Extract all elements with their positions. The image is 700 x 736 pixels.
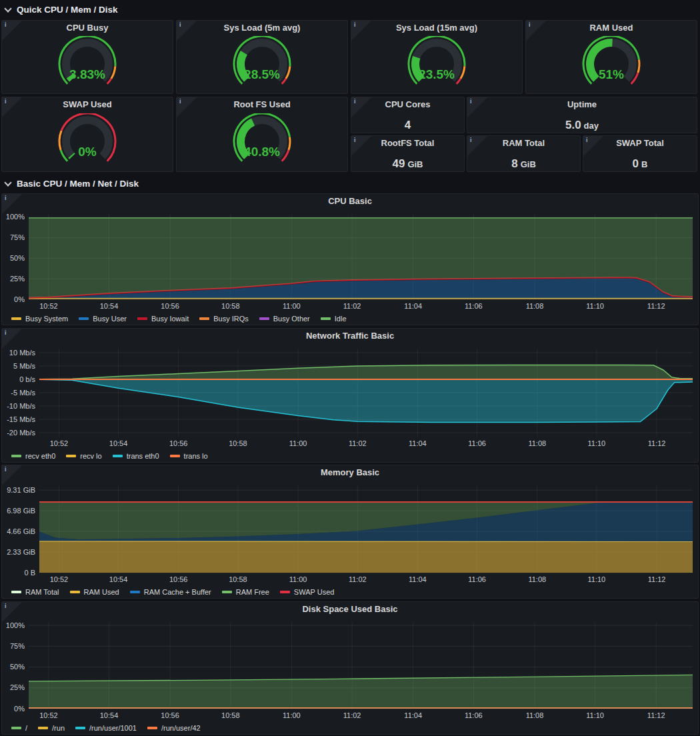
legend-label: Busy User	[93, 315, 127, 323]
legend-item[interactable]: trans eth0	[113, 452, 159, 460]
svg-text:10:58: 10:58	[229, 575, 247, 583]
panel-ram-used: i RAM Used 51%	[525, 20, 697, 94]
svg-text:100%: 100%	[6, 621, 25, 629]
legend-item[interactable]: Busy IRQs	[199, 315, 249, 323]
legend-item[interactable]: Busy Iowait	[137, 315, 189, 323]
legend-swatch	[113, 455, 123, 457]
network-traffic-basic-chart[interactable]: 10 Mb/s5 Mb/s0 b/s-5 Mb/s-10 Mb/s-15 Mb/…	[2, 345, 698, 449]
legend-item[interactable]: Idle	[321, 315, 347, 323]
chart-svg: 10 Mb/s5 Mb/s0 b/s-5 Mb/s-10 Mb/s-15 Mb/…	[2, 345, 698, 449]
svg-text:11:10: 11:10	[586, 711, 604, 719]
panel-title[interactable]: SWAP Used	[2, 97, 173, 113]
svg-text:11:08: 11:08	[526, 302, 544, 310]
legend-item[interactable]: Busy User	[79, 315, 127, 323]
gauge-svg: 3.83%	[37, 36, 137, 95]
sys-load-5m-gauge: 28.5%	[177, 37, 347, 93]
cpu-basic-chart[interactable]: 0%25%50%75%100%10:5210:5410:5610:5811:00…	[2, 210, 698, 311]
legend-label: /run/user/1001	[89, 724, 137, 732]
legend-item[interactable]: /	[11, 724, 27, 732]
svg-text:11:06: 11:06	[465, 302, 483, 310]
disk-space-used-basic-legend: //run/run/user/1001/run/user/42	[2, 721, 698, 735]
svg-text:51%: 51%	[599, 67, 624, 81]
root-fs-used-gauge: 40.8%	[177, 113, 347, 171]
svg-text:2.33 GiB: 2.33 GiB	[7, 548, 35, 556]
swap-used-gauge: 0%	[2, 113, 173, 171]
svg-text:0%: 0%	[14, 705, 25, 713]
svg-text:11:02: 11:02	[349, 575, 367, 583]
legend-item[interactable]: Busy Other	[259, 315, 310, 323]
section-title: Quick CPU / Mem / Disk	[17, 5, 118, 15]
stat-value: 0	[633, 157, 639, 171]
legend-item[interactable]: RAM Used	[70, 588, 119, 596]
svg-text:10:54: 10:54	[109, 439, 128, 447]
disk-space-used-basic-chart[interactable]: 0%25%50%75%100%10:5210:5410:5610:5811:00…	[2, 618, 698, 721]
svg-text:11:12: 11:12	[648, 575, 666, 583]
legend-swatch	[11, 317, 21, 320]
stat-unit: GiB	[407, 159, 423, 169]
svg-text:0%: 0%	[14, 295, 25, 303]
panel-swap-total: i SWAP Total 0B	[583, 135, 697, 172]
legend-swatch	[137, 317, 147, 320]
legend-label: /run	[52, 724, 65, 732]
svg-text:11:04: 11:04	[404, 302, 422, 310]
memory-basic-chart[interactable]: 9.31 GiB6.98 GiB4.66 GiB2.33 GiB0 B10:52…	[2, 481, 698, 585]
legend-item[interactable]: Busy System	[11, 315, 68, 323]
info-icon: i	[5, 98, 7, 105]
panel-title[interactable]: Root FS Used	[177, 97, 347, 113]
panel-title[interactable]: Sys Load (15m avg)	[351, 21, 522, 37]
section-header-basic[interactable]: Basic CPU / Mem / Net / Disk	[0, 175, 700, 191]
panel-title[interactable]: CPU Busy	[2, 21, 173, 37]
rootfs-total-value: 49GiB	[351, 151, 464, 171]
panel-title[interactable]: CPU Basic	[2, 194, 698, 210]
legend-item[interactable]: recv lo	[66, 452, 101, 460]
svg-text:11:12: 11:12	[647, 711, 665, 719]
panel-title[interactable]: Uptime	[467, 97, 697, 113]
stat-value: 4	[405, 119, 411, 132]
svg-text:11:02: 11:02	[343, 302, 361, 310]
swap-total-value: 0B	[583, 151, 697, 171]
legend-item[interactable]: RAM Total	[11, 588, 59, 596]
panel-title[interactable]: Sys Load (5m avg)	[177, 21, 347, 37]
svg-text:75%: 75%	[10, 642, 25, 650]
svg-text:10:56: 10:56	[169, 575, 188, 583]
legend-item[interactable]: SWAP Used	[280, 588, 335, 596]
legend-swatch	[11, 455, 21, 457]
svg-text:10:52: 10:52	[39, 711, 58, 719]
svg-text:-15 Mb/s: -15 Mb/s	[7, 415, 35, 423]
uptime-value: 5.0day	[467, 112, 697, 133]
section-header-quick[interactable]: Quick CPU / Mem / Disk	[0, 1, 700, 17]
svg-text:4.66 GiB: 4.66 GiB	[7, 527, 35, 535]
legend-item[interactable]: /run/user/1001	[75, 724, 137, 732]
legend-item[interactable]: trans lo	[170, 452, 208, 460]
svg-text:11:10: 11:10	[588, 575, 606, 583]
panel-cpu-basic: i CPU Basic 0%25%50%75%100%10:5210:5410:…	[1, 193, 699, 325]
panel-title[interactable]: Network Traffic Basic	[2, 329, 698, 345]
svg-text:75%: 75%	[10, 233, 25, 241]
svg-text:10:52: 10:52	[50, 439, 69, 447]
info-icon: i	[529, 21, 531, 28]
legend-label: recv lo	[80, 452, 101, 460]
ram-used-gauge: 51%	[526, 37, 697, 93]
legend-swatch	[79, 317, 89, 320]
panel-title[interactable]: Memory Basic	[2, 465, 698, 481]
gauge-svg: 40.8%	[212, 113, 312, 172]
legend-item[interactable]: /run/user/42	[147, 724, 201, 732]
svg-text:10:56: 10:56	[161, 302, 179, 310]
svg-text:11:02: 11:02	[349, 439, 367, 447]
svg-text:11:06: 11:06	[468, 439, 486, 447]
legend-item[interactable]: RAM Cache + Buffer	[130, 588, 211, 596]
info-icon: i	[354, 98, 356, 105]
svg-text:11:00: 11:00	[289, 575, 307, 583]
svg-text:10:52: 10:52	[50, 575, 69, 583]
svg-text:11:00: 11:00	[283, 711, 301, 719]
panel-title[interactable]: RAM Used	[526, 21, 697, 37]
legend-item[interactable]: recv eth0	[11, 452, 55, 460]
info-icon: i	[5, 603, 7, 609]
svg-text:23.5%: 23.5%	[419, 67, 455, 81]
panel-title[interactable]: Disk Space Used Basic	[2, 602, 698, 618]
svg-text:25%: 25%	[10, 683, 25, 691]
panel-sys-load-5m: i Sys Load (5m avg) 28.5%	[176, 20, 348, 94]
legend-item[interactable]: RAM Free	[222, 588, 269, 596]
panel-rootfs-total: i RootFS Total 49GiB	[351, 135, 465, 172]
legend-item[interactable]: /run	[38, 724, 65, 732]
